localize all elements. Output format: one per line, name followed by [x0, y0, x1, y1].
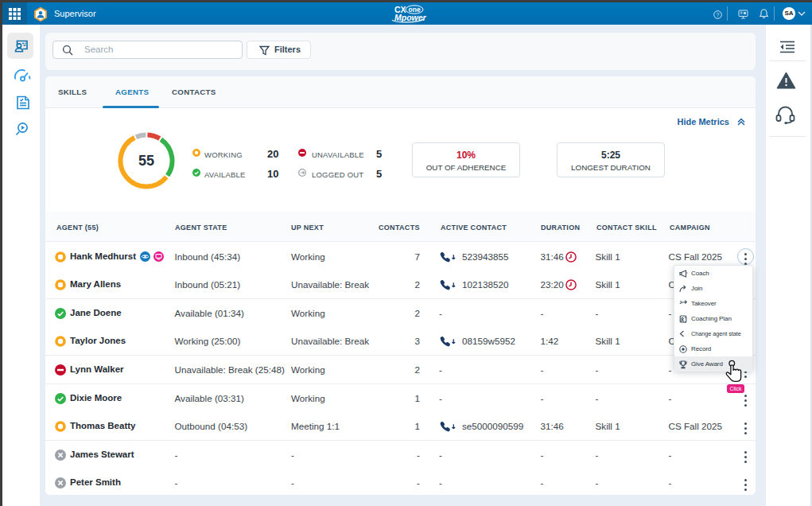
svg-text:?: ?: [717, 12, 720, 18]
svg-text:Mpower: Mpower: [394, 13, 427, 22]
